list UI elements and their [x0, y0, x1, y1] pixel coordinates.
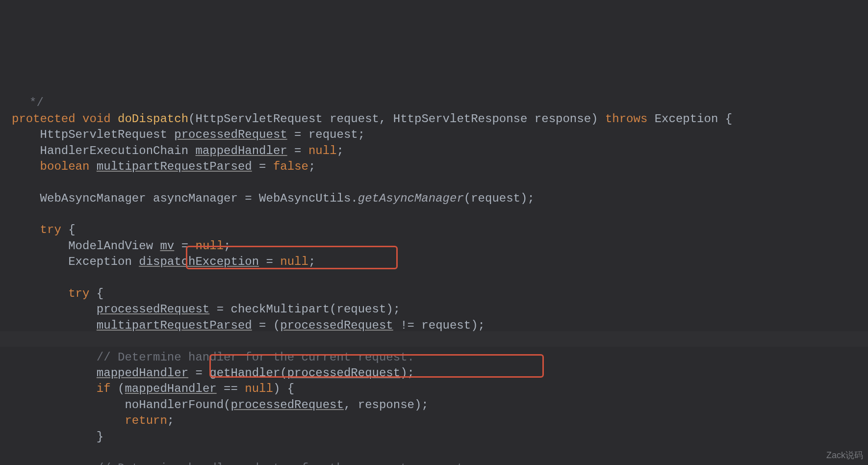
kw-if: if [97, 382, 111, 395]
method-name: doDispatch [118, 112, 188, 126]
kw-protected: protected [12, 112, 76, 126]
var-multipartRequestParsed: multipartRequestParsed [97, 160, 252, 173]
var-processedRequest: processedRequest [174, 128, 287, 141]
comment-adapter: // Determine handler adapter for the cur… [97, 462, 471, 465]
code-editor: */ protected void doDispatch(HttpServlet… [0, 0, 868, 465]
highlight-box-2 [209, 354, 544, 378]
kw-try-inner: try [68, 287, 89, 300]
static-method-call: getAsyncManager [358, 192, 464, 205]
highlight-box-1 [186, 246, 398, 269]
kw-throws: throws [605, 112, 647, 126]
var-mv: mv [160, 239, 174, 253]
kw-return: return [125, 414, 167, 427]
cursor-line-highlight [0, 331, 868, 347]
watermark-text: Zack说码 [826, 449, 863, 461]
kw-boolean: boolean [40, 160, 90, 173]
comment-end: */ [12, 96, 44, 109]
var-mappedHandler: mappedHandler [195, 144, 287, 157]
kw-void: void [82, 112, 111, 126]
kw-try: try [40, 223, 61, 236]
